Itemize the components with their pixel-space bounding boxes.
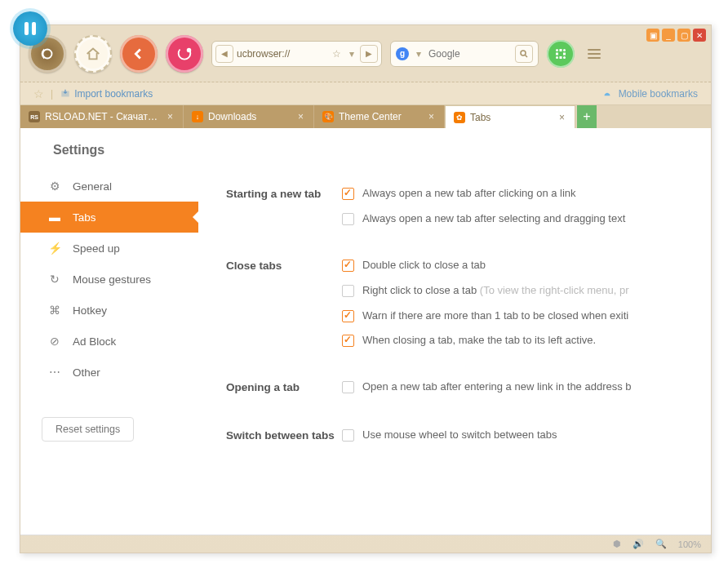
sidebar-item-label: Speed up: [73, 242, 120, 255]
browser-window: ▣ _ ▢ ✕ ◀ ☆ ▾ ▶ g ▾: [20, 24, 712, 553]
checkbox[interactable]: [342, 285, 354, 297]
acorn-icon[interactable]: ⬢: [613, 539, 621, 549]
tab-label: Theme Center: [339, 111, 422, 122]
tab-label: Downloads: [208, 111, 291, 122]
tab-close-icon[interactable]: ×: [427, 111, 436, 122]
setting-option[interactable]: Right click to close a tab (To view the …: [342, 284, 711, 298]
setting-option[interactable]: When closing a tab, make the tab to its …: [342, 334, 711, 348]
mobile-bookmarks-label: Mobile bookmarks: [619, 88, 698, 100]
svg-point-0: [43, 49, 52, 58]
checkbox[interactable]: [342, 335, 354, 347]
reset-settings-button[interactable]: Reset settings: [42, 417, 134, 442]
sidebar-icon: ⌘: [48, 304, 61, 317]
option-label: Always open a new tab after selecting an…: [362, 212, 625, 226]
setting-option[interactable]: Always open a new tab after clicking on …: [342, 187, 711, 201]
option-label: When closing a tab, make the tab to its …: [362, 334, 596, 348]
search-engine-dropdown-icon[interactable]: ▾: [414, 48, 424, 60]
checkbox[interactable]: [342, 310, 354, 322]
tab-close-icon[interactable]: ×: [166, 111, 175, 122]
back-button[interactable]: [120, 35, 158, 73]
search-input[interactable]: [428, 48, 510, 60]
setting-option[interactable]: Always open a new tab after selecting an…: [342, 212, 711, 226]
sidebar-item-general[interactable]: ⚙General: [20, 171, 198, 202]
tab-label: RSLOAD.NET - Скачать с…: [45, 111, 161, 122]
sidebar-icon: ⋯: [48, 366, 61, 379]
setting-option[interactable]: Double click to close a tab: [342, 259, 711, 273]
setting-option[interactable]: Open a new tab after entering a new link…: [342, 380, 711, 394]
sidebar-item-label: Hotkey: [73, 304, 107, 317]
sidebar-item-label: Tabs: [73, 211, 96, 224]
sidebar-item-label: Ad Block: [73, 335, 116, 348]
checkbox[interactable]: [342, 429, 354, 442]
sidebar-item-speed-up[interactable]: ⚡Speed up: [20, 233, 198, 264]
bookmarks-bar: ☆ | Import bookmarks Mobile bookmarks: [20, 82, 711, 105]
tab-1[interactable]: ↓Downloads×: [184, 105, 314, 128]
zoom-icon[interactable]: 🔍: [655, 539, 667, 549]
svg-rect-8: [556, 52, 558, 55]
sidebar-icon: ⚙: [48, 180, 61, 193]
bookmarks-star-icon[interactable]: ☆: [33, 87, 44, 100]
win-close-button[interactable]: ✕: [693, 29, 706, 42]
import-bookmarks-link[interactable]: Import bookmarks: [60, 88, 153, 100]
win-maximize-button[interactable]: ▢: [677, 29, 690, 42]
search-button[interactable]: [515, 45, 533, 63]
mobile-bookmarks-link[interactable]: Mobile bookmarks: [601, 88, 698, 100]
tab-0[interactable]: RSRSLOAD.NET - Скачать с…×: [20, 105, 184, 128]
tab-favicon-icon: ✿: [454, 112, 465, 123]
import-bookmarks-label: Import bookmarks: [74, 88, 153, 100]
extensions-button[interactable]: [547, 40, 575, 68]
settings-section: Starting a new tabAlways open a new tab …: [226, 187, 711, 226]
svg-rect-10: [560, 56, 562, 59]
sidebar-icon: ▬: [48, 211, 61, 224]
forward-button[interactable]: [166, 35, 203, 73]
main-menu-button[interactable]: [583, 42, 606, 65]
page-content: Settings ⚙General▬Tabs⚡Speed up↻Mouse ge…: [20, 128, 711, 535]
new-tab-button[interactable]: +: [577, 105, 597, 128]
option-label: Double click to close a tab: [362, 259, 486, 273]
addr-prev-button[interactable]: ◀: [215, 45, 233, 63]
home-button[interactable]: [74, 35, 112, 73]
sidebar-item-label: General: [73, 180, 112, 193]
win-pin-button[interactable]: ▣: [646, 29, 659, 42]
settings-section: Opening a tabOpen a new tab after enteri…: [226, 380, 711, 396]
addr-dropdown-icon[interactable]: ▾: [347, 48, 357, 60]
tab-3[interactable]: ✿Tabs×: [445, 105, 575, 128]
address-bar: ◀ ☆ ▾ ▶: [211, 41, 382, 67]
setting-option[interactable]: Warn if there are more than 1 tab to be …: [342, 309, 711, 323]
sidebar-item-tabs[interactable]: ▬Tabs: [20, 202, 198, 233]
sound-icon[interactable]: 🔊: [633, 539, 644, 549]
svg-rect-7: [560, 49, 562, 51]
zoom-level: 100%: [678, 539, 701, 549]
svg-rect-9: [563, 52, 566, 55]
option-label: Use mouse wheel to switch between tabs: [362, 428, 557, 442]
sidebar-item-label: Other: [73, 366, 100, 379]
settings-content: Starting a new tabAlways open a new tab …: [198, 169, 711, 535]
option-label: Warn if there are more than 1 tab to be …: [362, 309, 628, 323]
window-controls: ▣ _ ▢ ✕: [646, 29, 706, 42]
sidebar-item-other[interactable]: ⋯Other: [20, 357, 198, 388]
option-label: Right click to close a tab (To view the …: [362, 284, 629, 298]
tab-close-icon[interactable]: ×: [296, 111, 305, 122]
svg-point-2: [521, 51, 526, 55]
win-minimize-button[interactable]: _: [662, 29, 675, 42]
sidebar-item-hotkey[interactable]: ⌘Hotkey: [20, 295, 198, 326]
bookmark-star-icon[interactable]: ☆: [330, 48, 344, 60]
addr-go-button[interactable]: ▶: [360, 45, 378, 63]
checkbox[interactable]: [342, 260, 354, 272]
section-title: Opening a tab: [226, 380, 342, 396]
sidebar-item-mouse-gestures[interactable]: ↻Mouse gestures: [20, 264, 198, 295]
sidebar-icon: ⚡: [48, 242, 61, 255]
tab-2[interactable]: 🎨Theme Center×: [314, 105, 445, 128]
settings-section: Close tabsDouble click to close a tab Ri…: [226, 259, 711, 348]
setting-option[interactable]: Use mouse wheel to switch between tabs: [342, 428, 711, 442]
sidebar-item-ad-block[interactable]: ⊘Ad Block: [20, 326, 198, 357]
google-engine-icon[interactable]: g: [396, 47, 409, 60]
checkbox[interactable]: [342, 381, 354, 393]
checkbox[interactable]: [342, 188, 354, 200]
settings-section: Switch between tabsUse mouse wheel to sw…: [226, 428, 711, 444]
url-input[interactable]: [237, 48, 326, 60]
section-title: Starting a new tab: [226, 187, 342, 226]
svg-point-5: [556, 56, 558, 59]
tab-close-icon[interactable]: ×: [557, 112, 566, 123]
checkbox[interactable]: [342, 213, 354, 225]
